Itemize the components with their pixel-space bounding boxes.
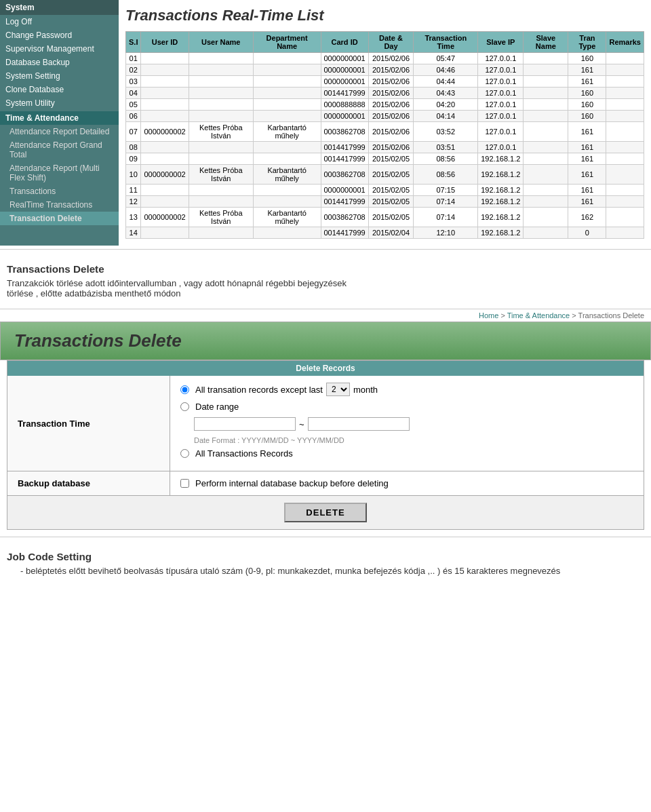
date-to-input[interactable] xyxy=(308,417,410,431)
table-cell: 160 xyxy=(568,99,606,111)
transactions-delete-section: Transactions Delete Delete Records Trans… xyxy=(0,322,651,530)
sidebar-item-attendance-detailed[interactable]: Attendance Report Detailed xyxy=(0,125,119,138)
table-row: 0800144179992015/02/0603:51127.0.0.1161 xyxy=(126,142,644,153)
table-cell xyxy=(606,53,644,64)
table-cell: 2015/02/06 xyxy=(368,111,414,122)
sidebar: System Log Off Change Password Superviso… xyxy=(0,0,119,246)
table-cell: 0014417999 xyxy=(321,196,368,208)
option1-label[interactable]: All transation records except last 21345… xyxy=(180,383,378,396)
table-cell xyxy=(253,64,321,76)
table-cell xyxy=(606,111,644,122)
table-cell: 192.168.1.2 xyxy=(478,196,524,208)
col-username: User Name xyxy=(189,32,253,53)
table-cell xyxy=(253,196,321,208)
backup-checkbox-label[interactable]: Perform internal database backup before … xyxy=(180,478,389,488)
sidebar-item-database-backup[interactable]: Database Backup xyxy=(0,56,119,69)
table-cell xyxy=(606,185,644,196)
option1-suffix: month xyxy=(353,385,378,395)
table-cell xyxy=(606,76,644,88)
delete-button[interactable]: DELETE xyxy=(284,503,366,522)
option1-month-select[interactable]: 213456 xyxy=(326,383,350,396)
col-userid: User ID xyxy=(141,32,189,53)
table-cell: 161 xyxy=(568,122,606,142)
backup-checkbox[interactable] xyxy=(180,479,189,488)
table-cell: 08:56 xyxy=(414,153,478,165)
sidebar-item-clone-database[interactable]: Clone Database xyxy=(0,83,119,96)
transaction-time-controls: All transation records except last 21345… xyxy=(170,376,644,471)
table-cell xyxy=(524,165,568,185)
section-divider-1 xyxy=(0,249,651,250)
option1-radio[interactable] xyxy=(180,385,189,394)
table-cell: 0 xyxy=(568,227,606,239)
option3-label[interactable]: All Transactions Records xyxy=(180,448,293,459)
table-cell xyxy=(253,88,321,99)
table-cell: 127.0.0.1 xyxy=(478,142,524,153)
table-cell xyxy=(141,88,189,99)
table-cell: 160 xyxy=(568,88,606,99)
bottom-list: beléptetés előtt bevihető beolvasás típu… xyxy=(20,566,644,576)
table-cell xyxy=(141,142,189,153)
table-row: 1200144179992015/02/0507:14192.168.1.216… xyxy=(126,196,644,208)
table-cell xyxy=(253,227,321,239)
sidebar-item-logoff[interactable]: Log Off xyxy=(0,15,119,28)
sidebar-item-realtime-transactions[interactable]: RealTime Transactions xyxy=(0,198,119,212)
table-cell: 2015/02/04 xyxy=(368,227,414,239)
col-slave-name: Slave Name xyxy=(524,32,568,53)
table-cell xyxy=(253,76,321,88)
table-cell: 161 xyxy=(568,165,606,185)
top-section: System Log Off Change Password Superviso… xyxy=(0,0,651,246)
table-cell: 2015/02/06 xyxy=(368,142,414,153)
sidebar-item-supervisor[interactable]: Supervisor Management xyxy=(0,42,119,56)
table-cell xyxy=(189,227,253,239)
sidebar-item-attendance-multi[interactable]: Attendance Report (Multi Flex Shift) xyxy=(0,161,119,185)
table-cell: 0000000001 xyxy=(321,64,368,76)
table-cell xyxy=(606,142,644,153)
table-cell: 11 xyxy=(126,185,141,196)
breadcrumb-home[interactable]: Home xyxy=(479,311,498,320)
sidebar-item-change-password[interactable]: Change Password xyxy=(0,28,119,42)
table-cell: 13 xyxy=(126,208,141,227)
breadcrumb: Home > Time & Attendance > Transactions … xyxy=(0,309,651,322)
table-cell: 04:44 xyxy=(414,76,478,88)
backup-control: Perform internal database backup before … xyxy=(170,471,644,495)
table-row: 1100000000012015/02/0507:15192.168.1.216… xyxy=(126,185,644,196)
transactions-delete-title: Transactions Delete xyxy=(0,322,651,360)
table-cell xyxy=(141,196,189,208)
backup-label: Backup database xyxy=(7,471,170,495)
table-cell xyxy=(253,142,321,153)
sidebar-item-transaction-delete[interactable]: Transaction Delete xyxy=(0,212,119,225)
table-cell xyxy=(524,53,568,64)
table-cell: 0000000002 xyxy=(141,122,189,142)
option2-radio[interactable] xyxy=(180,402,189,411)
sidebar-item-system-utility[interactable]: System Utility xyxy=(0,96,119,110)
table-cell: 127.0.0.1 xyxy=(478,88,524,99)
table-row: 1400144179992015/02/0412:10192.168.1.20 xyxy=(126,227,644,239)
breadcrumb-time-attendance[interactable]: Time & Attendance xyxy=(507,311,570,320)
table-cell: 12:10 xyxy=(414,227,478,239)
option3-radio[interactable] xyxy=(180,449,189,458)
table-cell: 2015/02/06 xyxy=(368,76,414,88)
table-cell xyxy=(606,208,644,227)
date-format-hint: Date Format : YYYY/MM/DD ~ YYYY/MM/DD xyxy=(194,436,633,444)
table-cell xyxy=(141,153,189,165)
table-row: 0200000000012015/02/0604:46127.0.0.1161 xyxy=(126,64,644,76)
table-cell: 0003862708 xyxy=(321,122,368,142)
sidebar-item-attendance-grand[interactable]: Attendance Report Grand Total xyxy=(0,138,119,161)
table-cell xyxy=(141,111,189,122)
table-cell: 161 xyxy=(568,153,606,165)
table-cell: 160 xyxy=(568,111,606,122)
table-cell xyxy=(189,53,253,64)
sidebar-item-transactions[interactable]: Transactions xyxy=(0,185,119,198)
table-cell xyxy=(189,142,253,153)
middle-desc-line1: Tranzakciók törlése adott időintervallum… xyxy=(7,278,644,288)
table-cell: 07 xyxy=(126,122,141,142)
option2-label[interactable]: Date range xyxy=(180,402,239,412)
table-cell: 192.168.1.2 xyxy=(478,185,524,196)
sidebar-system-header: System xyxy=(0,0,119,15)
table-cell xyxy=(524,88,568,99)
sidebar-item-system-setting[interactable]: System Setting xyxy=(0,69,119,83)
date-from-input[interactable] xyxy=(194,417,296,431)
table-cell xyxy=(141,76,189,88)
table-cell xyxy=(606,196,644,208)
table-cell xyxy=(141,227,189,239)
